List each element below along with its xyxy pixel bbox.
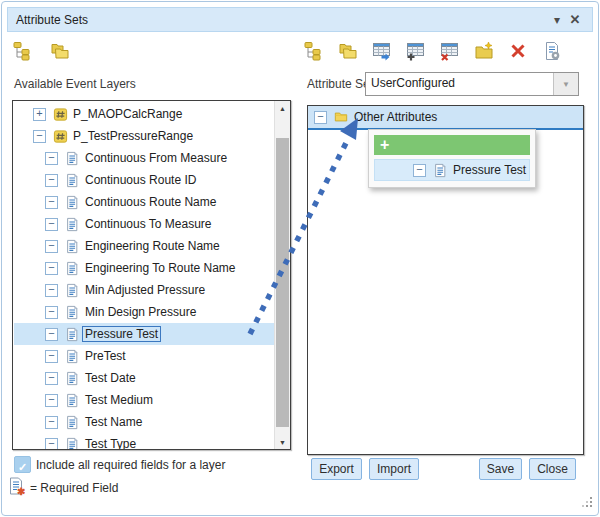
scroll-up-icon[interactable] [275, 101, 290, 115]
collapse-toggle[interactable]: − [45, 416, 58, 429]
tree-item[interactable]: −Engineering Route Name [14, 235, 275, 257]
tree-item-label: Test Date [85, 371, 136, 385]
close-button[interactable]: Close [529, 458, 576, 480]
layer-tree-icon[interactable] [12, 41, 33, 62]
field-icon [64, 172, 80, 188]
svg-text:✱: ✱ [17, 486, 25, 496]
collapse-toggle[interactable]: − [45, 240, 58, 253]
drag-preview: + − Pressure Test [368, 129, 536, 188]
tree-item-label: Continuous To Measure [85, 217, 212, 231]
dialog-title: Attribute Sets [8, 13, 548, 27]
tree-item[interactable]: −Continuous Route ID [14, 169, 275, 191]
tree-item[interactable]: −Test Type [14, 433, 275, 449]
save-button[interactable]: Save [479, 458, 522, 480]
tree-item-label: Test Type [85, 437, 136, 449]
drag-preview-item: − Pressure Test [374, 159, 530, 181]
collapse-toggle: − [413, 164, 426, 177]
tree-item[interactable]: +P_MAOPCalcRange [14, 103, 275, 125]
collapse-toggle[interactable]: − [33, 130, 46, 143]
titlebar: Attribute Sets [7, 7, 593, 32]
event-layer-icon [52, 106, 68, 122]
tree-item-label: PreTest [85, 349, 126, 363]
drop-target-bar: + [374, 135, 530, 155]
collapse-toggle[interactable]: − [45, 174, 58, 187]
include-required-label: Include all required fields for a layer [36, 458, 225, 472]
other-attributes-label: Other Attributes [354, 110, 437, 124]
collapse-toggle[interactable]: − [45, 372, 58, 385]
available-layers-panel: +P_MAOPCalcRange−P_TestPressureRange−Con… [12, 100, 291, 450]
layer-tree-icon[interactable] [303, 41, 324, 62]
expand-toggle[interactable]: + [33, 108, 46, 121]
scroll-down-icon[interactable] [275, 435, 290, 449]
open-folder-icon[interactable] [337, 41, 358, 62]
open-folder-icon[interactable] [49, 41, 70, 62]
table-delete-icon[interactable] [439, 41, 460, 62]
collapse-toggle[interactable]: − [45, 350, 58, 363]
tree-item-label: Engineering Route Name [85, 239, 220, 253]
field-icon [64, 304, 80, 320]
tree-item-label: Min Adjusted Pressure [85, 283, 205, 297]
scrollbar-thumb[interactable] [276, 138, 289, 427]
table-add-icon[interactable] [405, 41, 426, 62]
tree-item[interactable]: −Continuous To Measure [14, 213, 275, 235]
collapse-toggle[interactable]: − [45, 196, 58, 209]
toolbar-left [12, 38, 70, 64]
tree-item-label: Min Design Pressure [85, 305, 196, 319]
field-icon [64, 326, 80, 342]
collapse-toggle[interactable]: − [45, 306, 58, 319]
tree-item-label: Continuous From Measure [85, 151, 227, 165]
tree-item[interactable]: −Continuous Route Name [14, 191, 275, 213]
vertical-scrollbar[interactable] [274, 101, 290, 449]
tree-item[interactable]: −Min Adjusted Pressure [14, 279, 275, 301]
tree-item[interactable]: −Engineering To Route Name [14, 257, 275, 279]
field-icon [432, 162, 448, 178]
field-icon [64, 392, 80, 408]
tree-item-label: Pressure Test [82, 326, 161, 342]
field-icon [64, 370, 80, 386]
tree-item-label: Test Medium [85, 393, 153, 407]
collapse-toggle[interactable]: − [45, 328, 58, 341]
new-folder-icon[interactable] [473, 41, 494, 62]
tree-item[interactable]: −Continuous From Measure [14, 147, 275, 169]
table-load-icon[interactable] [371, 41, 392, 62]
tree-item[interactable]: −P_TestPressureRange [14, 125, 275, 147]
delete-icon[interactable] [507, 41, 528, 62]
field-icon [64, 238, 80, 254]
tree-item-label: Continuous Route Name [85, 195, 216, 209]
collapse-toggle[interactable]: − [45, 438, 58, 450]
tree-item[interactable]: −PreTest [14, 345, 275, 367]
collapse-toggle[interactable]: − [45, 152, 58, 165]
tree-item[interactable]: −Min Design Pressure [14, 301, 275, 323]
tree-item[interactable]: −Test Name [14, 411, 275, 433]
attribute-set-value: UserConfigured [366, 73, 553, 95]
attribute-sets-dialog: Attribute Sets Available Event Layers At… [0, 0, 600, 517]
attribute-set-dropdown[interactable]: UserConfigured [365, 72, 579, 96]
collapse-toggle[interactable]: − [45, 284, 58, 297]
tree-item[interactable]: −Pressure Test [14, 323, 275, 345]
collapse-toggle[interactable]: − [45, 218, 58, 231]
required-field-legend: = Required Field [30, 481, 118, 495]
collapse-toggle[interactable]: − [45, 394, 58, 407]
chevron-down-icon[interactable] [553, 73, 578, 95]
tree-item-label: Continuous Route ID [85, 173, 196, 187]
field-icon [64, 282, 80, 298]
field-icon [64, 414, 80, 430]
event-layer-icon [52, 128, 68, 144]
tree-item[interactable]: −Test Medium [14, 389, 275, 411]
report-settings-icon[interactable] [541, 41, 562, 62]
import-button[interactable]: Import [369, 458, 419, 480]
caret-down-icon[interactable] [548, 11, 566, 29]
collapse-toggle[interactable]: − [314, 111, 327, 124]
field-icon [64, 216, 80, 232]
include-required-checkbox[interactable] [14, 456, 31, 473]
other-attributes-header[interactable]: − Other Attributes [308, 106, 583, 130]
field-icon [64, 348, 80, 364]
close-icon[interactable] [566, 11, 584, 29]
tree-item[interactable]: −Test Date [14, 367, 275, 389]
export-button[interactable]: Export [311, 458, 362, 480]
resize-grip-icon[interactable] [582, 497, 593, 508]
tree-item-label: P_MAOPCalcRange [73, 107, 182, 121]
available-event-layers-label: Available Event Layers [14, 77, 136, 91]
tree: +P_MAOPCalcRange−P_TestPressureRange−Con… [13, 101, 275, 449]
collapse-toggle[interactable]: − [45, 262, 58, 275]
